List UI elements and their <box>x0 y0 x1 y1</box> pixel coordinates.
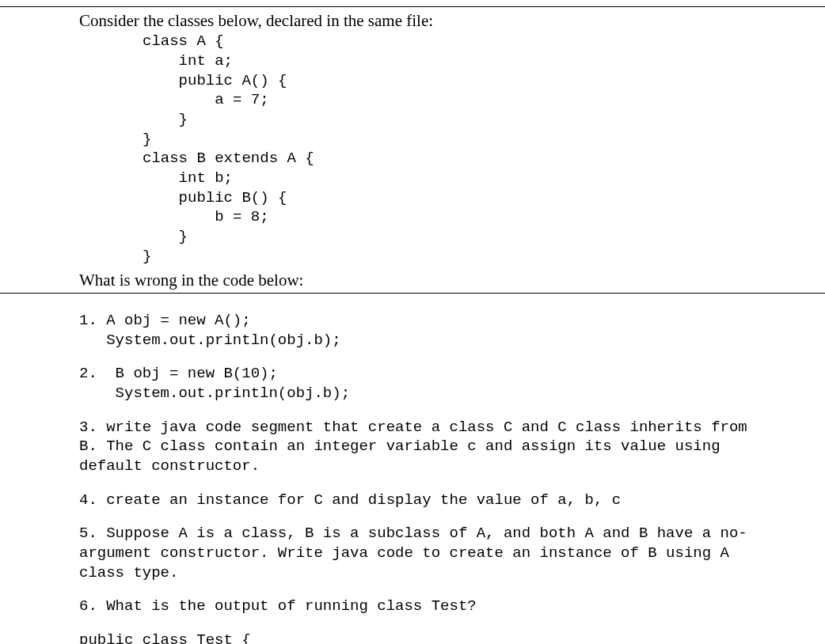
question-2: 2. B obj = new B(10); System.out.println… <box>79 364 762 403</box>
question-5: 5. Suppose A is a class, B is a subclass… <box>79 524 762 582</box>
prompt-text: What is wrong in the code below: <box>79 271 303 290</box>
horizontal-rule-mid <box>0 293 825 294</box>
question-3: 3. write java code segment that create a… <box>79 418 762 476</box>
question-6-code: public class Test { public static void m… <box>79 631 762 644</box>
question-4: 4. create an instance for C and display … <box>79 491 762 510</box>
intro-text: Consider the classes below, declared in … <box>79 10 762 32</box>
horizontal-rule-top <box>0 6 825 7</box>
question-1: 1. A obj = new A(); System.out.println(o… <box>79 311 762 350</box>
question-6: 6. What is the output of running class T… <box>79 597 762 616</box>
class-definition-code: class A { int a; public A() { a = 7; } }… <box>143 32 762 266</box>
